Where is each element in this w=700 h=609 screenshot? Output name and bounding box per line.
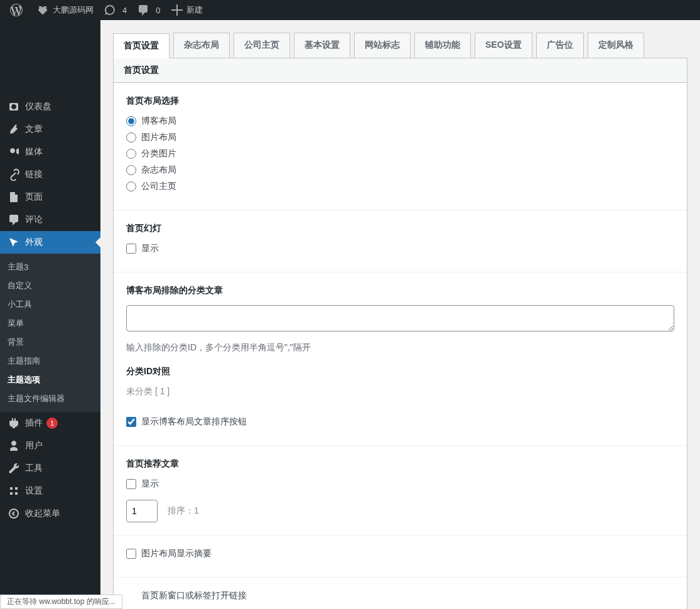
menu-tools[interactable]: 工具 — [0, 457, 100, 480]
site-link[interactable]: 大鹏源码网 — [31, 0, 99, 20]
radio-company[interactable]: 公司主页 — [126, 181, 674, 192]
radio-image-input[interactable] — [126, 132, 136, 143]
id-title: 分类ID对照 — [126, 366, 674, 377]
tab-home[interactable]: 首页设置 — [113, 33, 170, 58]
tab-basic[interactable]: 基本设置 — [294, 33, 350, 58]
section-img-summary: 图片布局显示摘要 — [114, 536, 687, 578]
submenu-themes[interactable]: 主题 3 — [0, 257, 100, 276]
exclude-help: 输入排除的分类ID，多个分类用半角逗号","隔开 — [126, 342, 674, 353]
radio-category-image-input[interactable] — [126, 149, 136, 159]
featured-order-input[interactable] — [126, 500, 158, 522]
layout-title: 首页布局选择 — [126, 95, 674, 107]
admin-toolbar: 大鹏源码网 4 0 新建 — [0, 0, 700, 20]
themes-badge: 3 — [24, 262, 28, 272]
updates-count: 4 — [122, 6, 127, 15]
check-img-summary-input[interactable] — [126, 549, 136, 559]
id-list: 未分类 [ 1 ] — [126, 386, 674, 397]
featured-title: 首页推荐文章 — [126, 458, 674, 470]
radio-magazine[interactable]: 杂志布局 — [126, 164, 674, 176]
check-featured-input[interactable] — [126, 479, 136, 489]
panel-title: 首页设置 — [114, 58, 687, 83]
section-featured: 首页推荐文章 显示 排序：1 — [114, 446, 687, 536]
comments-count: 0 — [156, 6, 160, 15]
submenu-background[interactable]: 背景 — [0, 333, 100, 352]
menu-settings[interactable]: 设置 — [0, 480, 100, 502]
admin-sidebar: 仪表盘 文章 媒体 链接 页面 评论 外观 主题 3 自定义 小工具 菜单 背景… — [0, 20, 100, 609]
tab-magazine[interactable]: 杂志布局 — [173, 33, 230, 58]
menu-media[interactable]: 媒体 — [0, 141, 100, 163]
check-img-summary[interactable]: 图片布局显示摘要 — [126, 548, 674, 559]
radio-blog-input[interactable] — [126, 116, 136, 126]
section-new-window: 首页新窗口或标签打开链接 — [114, 578, 687, 609]
new-content[interactable]: 新建 — [165, 0, 208, 20]
tab-logo[interactable]: 网站标志 — [354, 33, 411, 58]
settings-tabs: 首页设置 杂志布局 公司主页 基本设置 网站标志 辅助功能 SEO设置 广告位 … — [113, 33, 687, 58]
section-layout: 首页布局选择 博客布局 图片布局 分类图片 杂志布局 公司主页 — [114, 83, 687, 210]
featured-order-row: 排序：1 — [126, 500, 674, 522]
check-sort-input[interactable] — [126, 417, 136, 427]
tab-aux[interactable]: 辅助功能 — [414, 33, 471, 58]
radio-magazine-input[interactable] — [126, 165, 136, 175]
menu-links[interactable]: 链接 — [0, 163, 100, 186]
check-sort-btn[interactable]: 显示博客布局文章排序按钮 — [126, 416, 674, 428]
main-content: 首页设置 杂志布局 公司主页 基本设置 网站标志 辅助功能 SEO设置 广告位 … — [100, 20, 700, 609]
svg-point-0 — [9, 509, 18, 518]
site-name: 大鹏源码网 — [53, 4, 94, 16]
radio-blog[interactable]: 博客布局 — [126, 116, 674, 127]
submenu-theme-options[interactable]: 主题选项 — [0, 370, 100, 389]
comments-link[interactable]: 0 — [132, 0, 165, 20]
submenu-menus[interactable]: 菜单 — [0, 314, 100, 333]
slider-title: 首页幻灯 — [126, 223, 674, 234]
menu-appearance[interactable]: 外观 — [0, 231, 100, 254]
check-slider-show[interactable]: 显示 — [126, 243, 674, 254]
tab-seo[interactable]: SEO设置 — [475, 33, 532, 58]
exclude-textarea[interactable] — [126, 305, 674, 331]
menu-pages[interactable]: 页面 — [0, 186, 100, 208]
menu-collapse[interactable]: 收起菜单 — [0, 502, 100, 525]
plugins-badge: 1 — [46, 418, 58, 429]
menu-users[interactable]: 用户 — [0, 434, 100, 457]
submenu-widgets[interactable]: 小工具 — [0, 295, 100, 314]
wp-logo[interactable] — [5, 0, 31, 20]
radio-company-input[interactable] — [126, 181, 136, 191]
check-new-window[interactable]: 首页新窗口或标签打开链接 — [126, 590, 674, 601]
section-slider: 首页幻灯 显示 — [114, 210, 687, 272]
settings-panel: 首页设置 首页布局选择 博客布局 图片布局 分类图片 杂志布局 公司主页 首页幻… — [113, 58, 687, 609]
section-exclude: 博客布局排除的分类文章 输入排除的分类ID，多个分类用半角逗号","隔开 分类I… — [114, 272, 687, 446]
submenu-customize[interactable]: 自定义 — [0, 276, 100, 295]
tab-ads[interactable]: 广告位 — [536, 33, 584, 58]
check-slider-input[interactable] — [126, 244, 136, 254]
radio-category-image[interactable]: 分类图片 — [126, 148, 674, 159]
browser-statusbar: 正在等待 ww.wobbt.top 的响应... — [0, 595, 122, 609]
updates-link[interactable]: 4 — [99, 0, 132, 20]
tab-style[interactable]: 定制风格 — [588, 33, 644, 58]
radio-image[interactable]: 图片布局 — [126, 132, 674, 143]
menu-dashboard[interactable]: 仪表盘 — [0, 95, 100, 118]
menu-comments[interactable]: 评论 — [0, 208, 100, 231]
featured-order-label: 排序：1 — [168, 505, 199, 517]
check-featured-show[interactable]: 显示 — [126, 478, 674, 490]
submenu-theme-file-editor[interactable]: 主题文件编辑器 — [0, 389, 100, 408]
appearance-submenu: 主题 3 自定义 小工具 菜单 背景 主题指南 主题选项 主题文件编辑器 — [0, 254, 100, 412]
submenu-theme-guide[interactable]: 主题指南 — [0, 352, 100, 370]
new-label: 新建 — [186, 4, 203, 16]
menu-posts[interactable]: 文章 — [0, 118, 100, 141]
menu-plugins[interactable]: 插件 1 — [0, 412, 100, 434]
tab-company[interactable]: 公司主页 — [234, 33, 290, 58]
exclude-title: 博客布局排除的分类文章 — [126, 285, 674, 296]
